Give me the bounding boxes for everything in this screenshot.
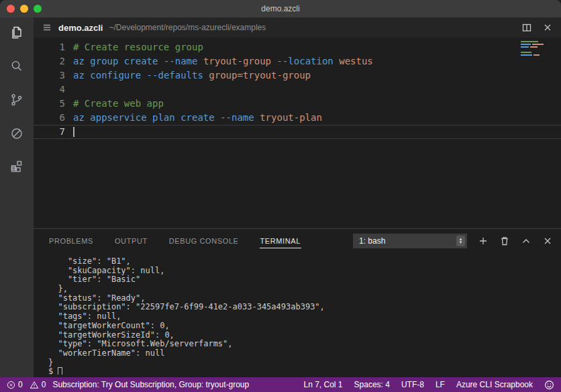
code-text: az group create --name tryout-group --lo… (73, 54, 373, 68)
editor-line-2[interactable]: 2az group create --name tryout-group --l… (34, 54, 561, 68)
terminal-line: "type": "Microsoft.Web/serverfarms", (48, 340, 556, 349)
panel-tab-terminal[interactable]: TERMINAL (260, 234, 301, 248)
file-list-icon (42, 22, 52, 33)
editor-line-3[interactable]: 3az configure --defaults group=tryout-gr… (34, 68, 561, 83)
editor-title-bar: demo.azcli ~/Development/repos/ms-azurec… (34, 17, 561, 38)
new-terminal-icon[interactable] (478, 236, 489, 246)
warning-count: 0 (42, 380, 46, 389)
terminal-line: $ (48, 367, 556, 375)
editor-line-4[interactable]: 4 (34, 83, 561, 97)
line-number: 4 (34, 83, 65, 97)
line-number: 5 (34, 97, 65, 111)
explorer-icon (9, 25, 25, 44)
extensions-icon (9, 159, 25, 178)
line-number: 1 (34, 40, 65, 54)
status-right-items: Ln 7, Col 1Spaces: 4UTF-8LFAzure CLI Scr… (304, 380, 533, 389)
activity-bar-item-source-control[interactable] (0, 85, 34, 118)
code-text (73, 126, 74, 138)
terminal-line: } (48, 358, 556, 368)
error-count: 0 (18, 380, 23, 389)
zoom-window-button[interactable] (34, 5, 42, 13)
window-controls (7, 0, 42, 17)
bottom-panel: PROBLEMSOUTPUTDEBUG CONSOLETERMINAL 1: b… (34, 228, 561, 377)
terminal-select[interactable]: 1: bash ▲▼ (353, 234, 467, 248)
editor-line-7[interactable]: 7 (34, 125, 561, 139)
terminal-line: "skuCapacity": null, (48, 266, 556, 276)
code-text: # Create resource group (73, 40, 203, 54)
line-number: 2 (34, 54, 65, 68)
terminal-line: "workerTierName": null (48, 349, 556, 358)
problems-status[interactable]: 0 0 (7, 380, 46, 389)
status-item-utf-8[interactable]: UTF-8 (401, 380, 424, 389)
activity-bar-item-debug[interactable] (0, 118, 34, 152)
line-number: 6 (34, 111, 65, 125)
activity-bar-item-explorer[interactable] (0, 17, 34, 51)
terminal-line: "size": "B1", (48, 257, 556, 266)
split-editor-icon[interactable] (521, 22, 532, 33)
editor-line-5[interactable]: 5# Create web app (34, 97, 561, 111)
status-bar: 0 0 Subscription: Try Out Subscription, … (0, 377, 561, 392)
maximize-panel-icon[interactable] (521, 236, 531, 246)
minimap[interactable] (521, 41, 552, 57)
terminal-line: "targetWorkerSizeId": 0, (48, 331, 556, 340)
close-window-button[interactable] (7, 5, 15, 13)
editor-cursor (73, 127, 74, 137)
search-icon (9, 58, 25, 77)
terminal-select-value: 1: bash (359, 236, 385, 246)
minimize-window-button[interactable] (20, 5, 28, 13)
close-editor-icon[interactable] (542, 22, 553, 33)
terminal-cursor (58, 367, 62, 375)
panel-controls: 1: bash ▲▼ (353, 234, 553, 248)
title-bar: demo.azcli (0, 0, 561, 17)
terminal-line: "tags": null, (48, 312, 556, 322)
editor-title-filename: demo.azcli (58, 23, 103, 33)
activity-bar (0, 17, 34, 377)
terminal-line: "subscription": "22597fe7-6f99-41e2-a033… (48, 303, 556, 312)
terminal-line: "tier": "Basic" (48, 275, 556, 285)
editor-lines: 1# Create resource group2az group create… (34, 40, 561, 139)
terminal-line: }, (48, 285, 556, 294)
code-text: # Create web app (73, 97, 164, 111)
subscription-status[interactable]: Subscription: Try Out Subscription, Grou… (52, 380, 249, 389)
terminal-line: "status": "Ready", (48, 294, 556, 303)
code-text: az configure --defaults group=tryout-gro… (73, 68, 311, 83)
code-text: az appservice plan create --name tryout-… (73, 111, 322, 125)
editor-line-6[interactable]: 6az appservice plan create --name tryout… (34, 111, 561, 125)
panel-tab-debug-console[interactable]: DEBUG CONSOLE (168, 234, 240, 248)
editor-title-path: ~/Development/repos/ms-azurecli/examples (109, 23, 266, 32)
terminal-line: "targetWorkerCount": 0, (48, 322, 556, 331)
activity-bar-item-extensions[interactable] (0, 152, 34, 185)
status-item-ln-7-col-1[interactable]: Ln 7, Col 1 (304, 380, 343, 389)
feedback-smiley-icon[interactable] (544, 380, 554, 390)
select-stepper-icon: ▲▼ (456, 236, 465, 246)
panel-tab-problems[interactable]: PROBLEMS (48, 234, 94, 248)
status-item-lf[interactable]: LF (436, 380, 445, 389)
status-item-spaces-4[interactable]: Spaces: 4 (354, 380, 390, 389)
panel-tab-output[interactable]: OUTPUT (114, 234, 148, 248)
error-icon (7, 381, 15, 389)
window-title: demo.azcli (0, 4, 561, 13)
terminal-output[interactable]: "size": "B1", "skuCapacity": null, "tier… (48, 257, 556, 375)
line-number: 3 (34, 68, 65, 83)
activity-bar-item-search[interactable] (0, 51, 34, 85)
editor-line-1[interactable]: 1# Create resource group (34, 40, 561, 54)
source-control-icon (9, 92, 25, 111)
warning-icon (30, 381, 39, 389)
kill-terminal-icon[interactable] (499, 236, 510, 246)
status-item-azure-cli-scrapbook[interactable]: Azure CLI Scrapbook (456, 380, 533, 389)
debug-icon (9, 126, 25, 144)
editor-actions (521, 22, 553, 33)
close-panel-icon[interactable] (542, 236, 553, 246)
line-number: 7 (34, 126, 65, 138)
code-editor[interactable]: 1# Create resource group2az group create… (34, 38, 561, 228)
status-bar-right: Ln 7, Col 1Spaces: 4UTF-8LFAzure CLI Scr… (304, 380, 555, 390)
